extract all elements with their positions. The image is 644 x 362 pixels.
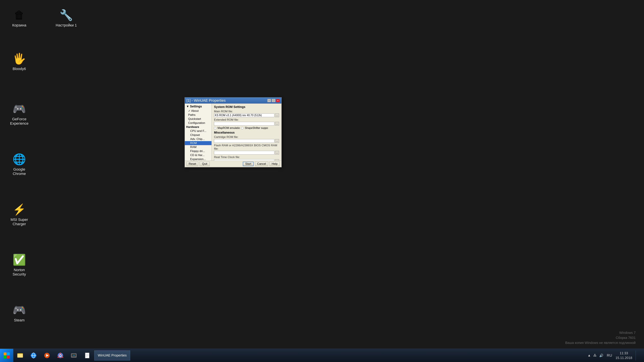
icon-label-recycle-bin: Корзина	[8, 23, 30, 27]
tree-item-5[interactable]: CPU and F...	[185, 129, 212, 133]
shapeshifter-checkbox[interactable]	[241, 127, 243, 129]
cancel-button[interactable]: Cancel	[255, 162, 268, 166]
system-tray: ▲ 🖧 🔊	[588, 354, 604, 358]
icon-img-chrome: 🌐	[12, 152, 26, 166]
flash-ram-row: ...	[214, 151, 279, 155]
tray-arrow[interactable]: ▲	[588, 354, 591, 357]
icon-img-geforce: 🎮	[12, 102, 26, 116]
reset-button[interactable]: Reset	[186, 162, 198, 166]
tree-item-2[interactable]: Quickstart	[185, 117, 212, 121]
close-button[interactable]: ✕	[276, 99, 280, 102]
main-rom-browse[interactable]: ...	[275, 113, 279, 117]
desktop-icon-geforce[interactable]: 🎮 GeForce Experience	[7, 100, 32, 127]
desktop-icon-norton[interactable]: ✅ Norton Security	[7, 251, 32, 278]
mapromb-checkbox[interactable]	[214, 127, 216, 129]
svg-rect-5	[18, 354, 23, 358]
svg-rect-2	[4, 356, 6, 359]
rtc-input[interactable]	[214, 159, 274, 161]
settings-group-header: ▼ Settings	[185, 104, 212, 109]
dialog-titlebar-buttons: ─ □ ✕	[267, 99, 280, 102]
icon-img-recycle-bin: 🗑	[12, 8, 26, 22]
footer-right: Start Cancel Help	[243, 162, 280, 166]
dialog-footer: Reset Quit Start Cancel Help	[185, 161, 282, 167]
desktop-icon-bloody6[interactable]: 🖐 Bloody6	[7, 50, 32, 73]
win7-line1: Windows 7	[565, 330, 636, 335]
winuae-taskbar-btn[interactable]: WinUAE Properties	[94, 351, 130, 361]
svg-rect-3	[7, 356, 10, 359]
win7-notice: Windows 7 Сборка 7601 Ваша копия Windows…	[565, 330, 636, 345]
tree-item-1[interactable]: Paths	[185, 113, 212, 117]
vmware-taskbar[interactable]: VM	[67, 349, 80, 362]
main-rom-row: ...	[214, 113, 279, 117]
main-rom-input[interactable]	[214, 113, 274, 117]
tree-item-10[interactable]: Floppy dri...	[185, 149, 212, 153]
clock-date: 15.11.2018	[616, 356, 632, 360]
flash-ram-label: Flash RAM or A2286/A2386SX BIOS CMOS RAM…	[214, 144, 279, 150]
quit-button[interactable]: Quit	[200, 162, 210, 166]
tree-item-0[interactable]: ✓ About	[185, 109, 212, 113]
desktop-icon-settings1[interactable]: 🔧 Настройки 1	[54, 7, 79, 29]
tree-item-3[interactable]: Configuration	[185, 121, 212, 125]
start-button[interactable]: Start	[243, 162, 254, 166]
icon-img-norton: ✅	[12, 253, 26, 267]
rtc-row: ...	[214, 159, 279, 161]
tree-item-8[interactable]: ROM	[185, 141, 212, 145]
svg-text:VM: VM	[73, 355, 75, 356]
icon-label-settings1: Настройки 1	[55, 23, 77, 27]
system-rom-title: System ROM Settings	[214, 105, 279, 109]
dialog-titlebar: [1] - WinUAE Properties ─ □ ✕	[185, 97, 282, 104]
desktop-icon-chrome[interactable]: 🌐 Google Chrome	[7, 151, 32, 178]
clock-area[interactable]: 11:33 15.11.2018	[616, 351, 632, 360]
rom-options-row: MapROM emulatio ShapeShifter suppc	[214, 126, 279, 130]
desktop-icon-recycle-bin[interactable]: 🗑 Корзина	[7, 7, 32, 29]
dialog-title: [1] - WinUAE Properties	[186, 98, 226, 103]
flash-ram-input[interactable]	[214, 151, 274, 155]
extended-rom-browse[interactable]: ...	[275, 122, 279, 125]
rtc-browse[interactable]: ...	[275, 159, 279, 161]
tree-items: ✓ About Paths Quickstart ConfigurationHa…	[185, 109, 212, 161]
minimize-button[interactable]: ─	[267, 99, 271, 102]
start-button[interactable]	[0, 349, 14, 362]
media-player-taskbar[interactable]	[40, 349, 54, 362]
help-button[interactable]: Help	[270, 162, 280, 166]
winuae-dialog: [1] - WinUAE Properties ─ □ ✕ ▼ Settings…	[184, 97, 282, 167]
main-rom-label: Main ROM file:	[214, 110, 279, 113]
icon-img-settings1: 🔧	[60, 8, 73, 22]
extended-rom-row: ...	[214, 122, 279, 125]
icon-img-steam: 🎮	[12, 303, 26, 317]
icon-label-norton: Norton Security	[8, 268, 30, 277]
tree-item-7[interactable]: Adv. Chip...	[185, 137, 212, 141]
show-desktop-btn[interactable]	[636, 351, 639, 361]
icon-label-geforce: GeForce Experience	[8, 117, 30, 126]
mapromb-label: MapROM emulatio	[218, 126, 240, 130]
desktop-icon-msi-super[interactable]: ⚡ MSI Super Charger	[7, 201, 32, 228]
svg-rect-1	[7, 353, 10, 355]
cartridge-browse[interactable]: ...	[275, 139, 279, 143]
tray-sound-icon[interactable]: 🔊	[599, 354, 604, 358]
language-indicator[interactable]: RU	[607, 353, 612, 358]
cartridge-input[interactable]	[214, 139, 274, 143]
desktop-icon-steam[interactable]: 🎮 Steam	[7, 302, 32, 324]
desktop: 🗑 Корзина 🔧 Настройки 1 🖐 Bloody6 🎮 GeFo…	[0, 0, 644, 362]
tree-expand-icon: ▼	[186, 105, 189, 108]
chrome-taskbar[interactable]	[54, 349, 67, 362]
tree-item-4[interactable]: Hardware	[185, 125, 212, 129]
icon-label-steam: Steam	[8, 318, 30, 323]
extended-rom-label: Extended ROM file:	[214, 118, 279, 121]
svg-point-13	[60, 355, 61, 356]
tree-item-11[interactable]: CD & Har...	[185, 153, 212, 157]
extended-rom-input[interactable]	[214, 122, 274, 125]
flash-ram-browse[interactable]: ...	[275, 151, 279, 155]
cartridge-label: Cartridge ROM file:	[214, 135, 279, 139]
tree-item-9[interactable]: RAM	[185, 145, 212, 149]
winuae-taskbar-label: WinUAE Properties	[98, 354, 126, 357]
win7-line2: Сборка 7601	[565, 335, 636, 340]
icon-img-bloody6: 🖐	[12, 52, 26, 65]
maximize-button[interactable]: □	[272, 99, 276, 102]
file-explorer-taskbar[interactable]	[14, 349, 27, 362]
tree-item-6[interactable]: Chipset	[185, 133, 212, 137]
ie-taskbar[interactable]	[27, 349, 40, 362]
notepad-taskbar[interactable]	[80, 349, 94, 362]
icon-label-bloody6: Bloody6	[8, 67, 30, 71]
tree-item-12[interactable]: Expansion...	[185, 157, 212, 161]
